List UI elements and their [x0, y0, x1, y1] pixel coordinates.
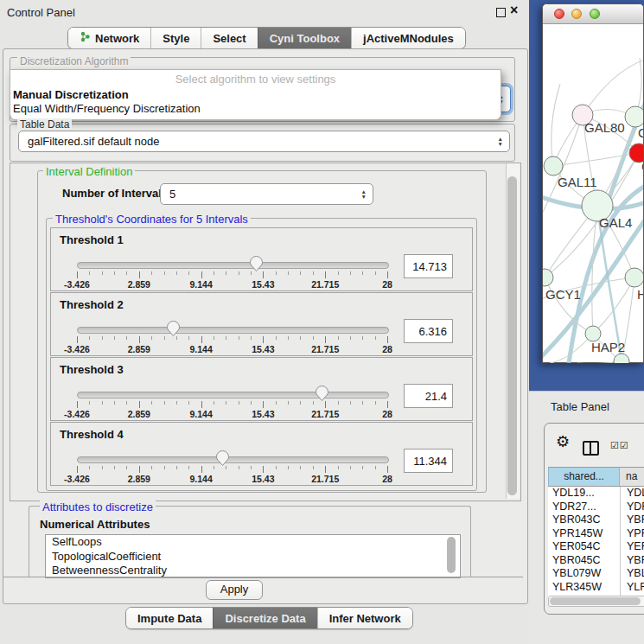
number-of-intervals-combobox[interactable]: 5 ▲▼ [160, 183, 373, 205]
column-header-1[interactable]: shared... [548, 468, 620, 486]
threshold-slider-thumb[interactable] [249, 255, 264, 272]
network-canvas[interactable]: GAL80GACGAL11GAL4GCY1HHAP2 [543, 23, 643, 363]
zoom-traffic-light-icon[interactable] [590, 9, 600, 19]
threshold-label: Threshold 3 [60, 363, 124, 376]
network-node-h[interactable] [625, 268, 643, 287]
threshold-value-field[interactable]: 6.316 [404, 319, 453, 343]
tab-cyni-toolbox[interactable]: Cyni Toolbox [258, 28, 351, 48]
threshold-label: Threshold 1 [60, 233, 124, 246]
network-node-unlabeled[interactable] [614, 354, 629, 363]
tick-mark [126, 401, 127, 405]
minimize-traffic-light-icon[interactable] [571, 9, 582, 19]
tick-mark [300, 271, 301, 275]
threshold-value-field[interactable]: 21.4 [404, 384, 453, 408]
tick-mark [102, 466, 103, 469]
algorithm-option-manual-discretization[interactable]: Manual Discretization [13, 88, 129, 101]
threshold-tick-labels: -3.4262.8599.14415.4321.71528 [77, 279, 387, 290]
tab-impute-data[interactable]: Impute Data [126, 608, 213, 628]
tick-mark [313, 271, 314, 275]
threshold-slider-track[interactable] [77, 392, 389, 399]
threshold-slider-track[interactable] [77, 262, 389, 269]
number-of-intervals-value: 5 [161, 188, 361, 201]
tick-mark [338, 466, 339, 469]
table-row[interactable]: YPR145WYPR1 [548, 527, 644, 541]
threshold-panel-3: Threshold 3-3.4262.8599.14415.4321.71528… [50, 357, 473, 421]
tab-label: Style [163, 32, 189, 45]
cell-shared-name: YPR145W [548, 527, 620, 541]
tick-mark [387, 401, 388, 408]
close-icon[interactable]: × [510, 3, 518, 18]
network-node-ga[interactable] [625, 106, 643, 127]
table-row[interactable]: YBR045CYBR0 [548, 554, 644, 568]
gear-icon[interactable]: ⚙ [556, 434, 570, 450]
algorithm-option-equal-width-frequency-discretization[interactable]: Equal Width/Frequency Discretization [13, 102, 201, 115]
tick-mark [89, 336, 90, 340]
tick-mark [226, 271, 226, 275]
tick-label: 28 [382, 474, 392, 484]
node-label: GAL80 [584, 120, 625, 135]
tab-network[interactable]: Network [68, 28, 150, 48]
close-traffic-light-icon[interactable] [554, 9, 564, 19]
apply-button[interactable]: Apply [206, 580, 263, 600]
tick-mark [350, 401, 351, 405]
float-window-icon[interactable] [496, 8, 506, 17]
table-row[interactable]: YER054CYER0 [548, 540, 644, 554]
tick-mark [387, 271, 388, 278]
threshold-slider-thumb[interactable] [215, 450, 230, 467]
checkboxes-icon[interactable]: ☑☑ [610, 440, 629, 451]
tick-label: -3.426 [64, 409, 90, 419]
threshold-slider-track[interactable] [77, 327, 389, 334]
tick-label: 28 [382, 279, 392, 290]
tick-mark [350, 336, 351, 340]
table-row[interactable]: YBR043CYBR0 [548, 513, 644, 527]
tick-label: -3.426 [64, 474, 90, 484]
network-node-gal11[interactable] [544, 156, 563, 175]
tick-label: 21.715 [311, 344, 339, 354]
tick-mark [300, 466, 301, 469]
tick-mark [214, 466, 214, 469]
tick-mark [263, 271, 264, 278]
table-row[interactable]: YLR345WYLR3 [548, 581, 644, 595]
tick-mark [151, 401, 152, 405]
threshold-slider-track[interactable] [77, 456, 389, 463]
table-data-combobox[interactable]: galFiltered.sif default node ▲▼ [18, 131, 510, 152]
table-row[interactable]: YBL079WYBL0 [548, 567, 644, 581]
threshold-tick-labels: -3.4262.8599.14415.4321.71528 [77, 474, 387, 484]
tab-select[interactable]: Select [201, 28, 257, 48]
table-row[interactable]: YDR27...YDR2 [548, 501, 644, 514]
tab-discretize-data[interactable]: Discretize Data [213, 608, 316, 628]
tick-mark [239, 336, 239, 340]
list-item-topologicalcoefficient[interactable]: TopologicalCoefficient [46, 550, 460, 564]
tab-jactivemnodules[interactable]: jActiveMNodules [351, 28, 465, 48]
tick-mark [139, 466, 140, 473]
settings-scrollbar-thumb[interactable] [507, 176, 517, 495]
tick-mark [77, 401, 78, 408]
cell-name: YLR3 [620, 581, 644, 595]
threshold-value-field[interactable]: 11.344 [404, 449, 453, 473]
table-hscrollbar-track[interactable] [548, 596, 644, 607]
tick-mark [139, 271, 140, 278]
table-row[interactable]: YDL19...YDL1 [548, 487, 644, 501]
threshold-slider-thumb[interactable] [315, 385, 329, 402]
numerical-attributes-list[interactable]: SelfLoopsTopologicalCoefficientBetweenne… [45, 534, 461, 578]
tab-infer-network[interactable]: Infer Network [317, 608, 412, 628]
tick-label: 21.715 [311, 409, 339, 419]
attributes-scrollbar-thumb[interactable] [447, 537, 456, 573]
list-item-selfloops[interactable]: SelfLoops [46, 535, 460, 550]
threshold-slider-thumb[interactable] [166, 320, 181, 337]
columns-icon[interactable] [583, 441, 599, 456]
table-hscrollbar-thumb[interactable] [550, 597, 641, 605]
tick-mark [201, 271, 202, 278]
tick-mark [77, 336, 78, 343]
tab-style[interactable]: Style [150, 28, 201, 48]
tick-label: 15.43 [252, 279, 274, 290]
tick-mark [89, 271, 90, 275]
threshold-value-field[interactable]: 14.713 [404, 254, 453, 278]
tick-mark [164, 336, 165, 340]
column-header-2[interactable]: na [620, 468, 644, 486]
tab-label: Network [95, 32, 139, 45]
tick-mark [188, 336, 189, 340]
tick-mark [114, 336, 115, 340]
node-label: GCY1 [545, 287, 581, 302]
stepper-icon: ▲▼ [361, 189, 367, 199]
